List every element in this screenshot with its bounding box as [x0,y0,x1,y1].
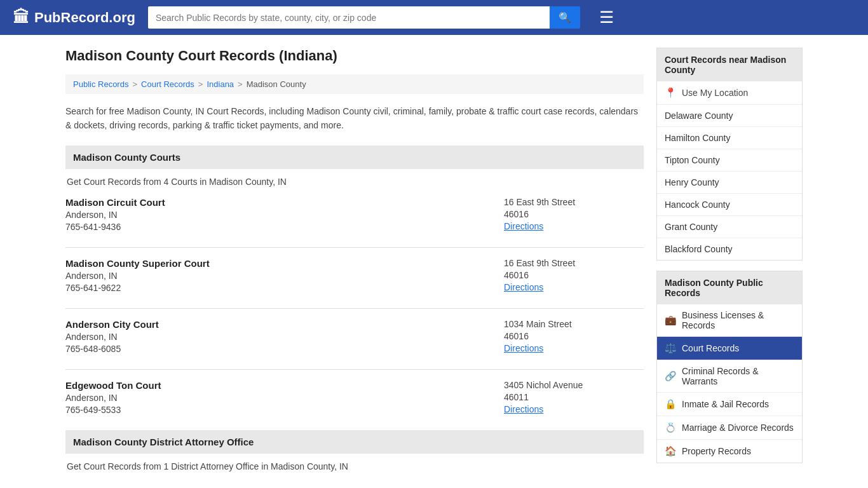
nearby-item-label: Hancock County [665,200,730,210]
search-input[interactable] [148,6,550,29]
courts-section-sub: Get Court Records from 4 Courts in Madis… [65,177,644,187]
search-bar: 🔍 [148,6,580,29]
search-button[interactable]: 🔍 [550,6,580,29]
public-record-label: Property Records [682,446,751,456]
public-record-label: Business Licenses & Records [682,310,794,330]
public-record-label: Marriage & Divorce Records [682,423,794,433]
court-name: Edgewood Ton Court [65,380,478,391]
court-city: Anderson, IN [65,271,478,281]
court-entry: Madison Circuit Court Anderson, IN 765-6… [65,197,644,234]
court-divider [65,308,644,309]
public-records-header: Madison County Public Records [657,271,802,304]
nearby-item-label: Tipton County [665,155,720,165]
menu-button[interactable]: ☰ [599,8,614,27]
record-type-icon: 💍 [665,422,677,433]
main-content: Madison County Court Records (Indiana) P… [65,48,644,482]
court-city: Anderson, IN [65,210,478,220]
directions-link[interactable]: Directions [504,404,543,414]
breadcrumb: Public Records > Court Records > Indiana… [65,74,644,94]
public-record-item[interactable]: 💍Marriage & Divorce Records [657,416,802,440]
court-divider [65,247,644,248]
nearby-item[interactable]: Grant County [657,216,802,238]
nearby-item-label: Use My Location [682,88,748,98]
court-name: Madison Circuit Court [65,197,478,208]
breadcrumb-madison-county: Madison County [247,79,306,89]
court-zip: 46011 [504,392,644,402]
nearby-item-label: Delaware County [665,111,733,121]
directions-link[interactable]: Directions [504,343,543,353]
site-logo[interactable]: 🏛 PubRecord.org [13,8,135,27]
court-entry: Edgewood Ton Court Anderson, IN 765-649-… [65,380,644,417]
directions-link[interactable]: Directions [504,221,543,231]
nearby-item[interactable]: Delaware County [657,105,802,127]
nearby-item[interactable]: 📍Use My Location [657,81,802,105]
sidebar: Court Records near Madison County 📍Use M… [656,48,803,482]
main-container: Madison County Court Records (Indiana) P… [53,35,815,488]
court-entry: Madison County Superior Court Anderson, … [65,258,644,295]
court-entry: Anderson City Court Anderson, IN 765-648… [65,319,644,356]
court-zip: 46016 [504,270,644,280]
nearby-header: Court Records near Madison County [657,48,802,81]
district-section-sub: Get Court Records from 1 District Attorn… [65,461,644,471]
court-phone: 765-648-6085 [65,344,478,354]
public-record-item[interactable]: ⚖️Court Records [657,337,802,360]
court-zip: 46016 [504,331,644,341]
nearby-item-label: Grant County [665,222,717,232]
record-type-icon: ⚖️ [665,342,677,354]
record-type-icon: 🔒 [665,398,677,410]
public-record-label: Court Records [682,343,739,353]
public-record-label: Inmate & Jail Records [682,399,769,409]
court-phone: 765-641-9436 [65,222,478,232]
breadcrumb-public-records[interactable]: Public Records [73,79,128,89]
court-address: 3405 Nichol Avenue [504,380,644,390]
public-record-item[interactable]: 💼Business Licenses & Records [657,304,802,337]
page-title: Madison County Court Records (Indiana) [65,48,644,64]
court-divider [65,369,644,370]
nearby-list: 📍Use My LocationDelaware CountyHamilton … [657,81,802,260]
record-type-icon: 🔗 [665,370,677,382]
court-phone: 765-641-9622 [65,283,478,293]
logo-icon: 🏛 [13,8,29,27]
public-record-item[interactable]: 🔒Inmate & Jail Records [657,393,802,416]
nearby-item[interactable]: Henry County [657,172,802,194]
directions-link[interactable]: Directions [504,282,543,292]
court-city: Anderson, IN [65,393,478,403]
court-address: 16 East 9th Street [504,197,644,207]
nearby-item[interactable]: Blackford County [657,238,802,260]
court-phone: 765-649-5533 [65,405,478,415]
record-type-icon: 🏠 [665,445,677,457]
court-name: Madison County Superior Court [65,258,478,269]
nearby-box: Court Records near Madison County 📍Use M… [656,48,803,261]
nearby-item[interactable]: Hancock County [657,194,802,216]
site-header: 🏛 PubRecord.org 🔍 ☰ [0,0,868,35]
breadcrumb-indiana[interactable]: Indiana [207,79,234,89]
public-records-list: 💼Business Licenses & Records⚖️Court Reco… [657,304,802,463]
public-record-item[interactable]: 🏠Property Records [657,440,802,463]
court-zip: 46016 [504,209,644,219]
location-icon: 📍 [665,87,677,98]
page-description: Search for free Madison County, IN Court… [65,104,644,133]
nearby-item[interactable]: Tipton County [657,149,802,172]
court-address: 1034 Main Street [504,319,644,329]
public-record-item[interactable]: 🔗Criminal Records & Warrants [657,360,802,393]
nearby-item-label: Hamilton County [665,133,731,143]
breadcrumb-court-records[interactable]: Court Records [141,79,194,89]
court-city: Anderson, IN [65,332,478,342]
logo-text: PubRecord.org [34,10,135,26]
district-section-header: Madison County District Attorney Office [65,430,644,454]
record-type-icon: 💼 [665,315,677,326]
public-records-box: Madison County Public Records 💼Business … [656,271,803,463]
courts-section-header: Madison County Courts [65,146,644,169]
court-address: 16 East 9th Street [504,258,644,268]
courts-list: Madison Circuit Court Anderson, IN 765-6… [65,197,644,417]
nearby-item-label: Blackford County [665,244,733,254]
court-name: Anderson City Court [65,319,478,330]
public-record-label: Criminal Records & Warrants [682,366,794,386]
nearby-item[interactable]: Hamilton County [657,127,802,149]
nearby-item-label: Henry County [665,177,719,187]
